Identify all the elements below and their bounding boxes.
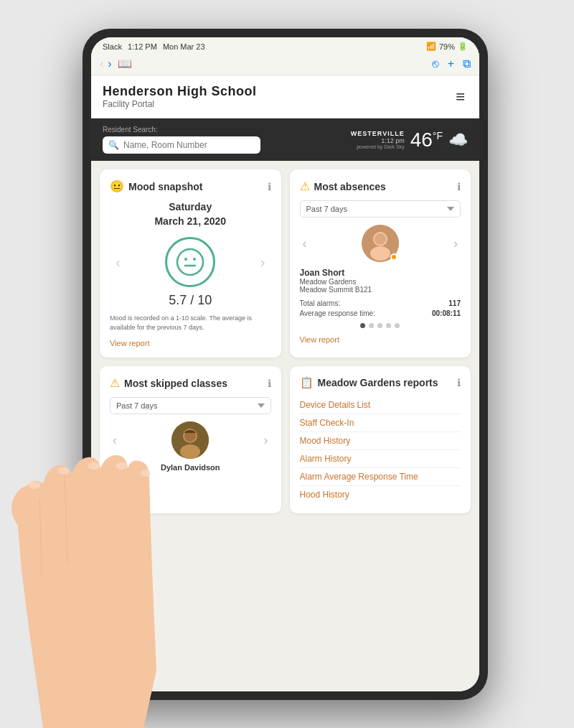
scene: Slack 1:12 PM Mon Mar 23 📶 79% 🔋 ‹ › 📖 [0,0,574,728]
report-link-mood-history[interactable]: Mood History [300,432,461,450]
app-content: Henderson High School Facility Portal ≡ … [91,75,479,691]
browser-actions: ⎋ + ⧉ [432,57,471,70]
absences-card-header: ⚠ Most absences ℹ [300,179,461,193]
browser-bar: ‹ › 📖 ⎋ + ⧉ [91,54,479,75]
report-link-device-details[interactable]: Device Details List [300,396,461,414]
mood-view-report-link[interactable]: View report [110,339,271,347]
absences-avatar-wrap [362,225,399,262]
mood-date: Saturday March 21, 2020 [110,200,271,228]
bookmarks-icon[interactable]: 📖 [118,57,132,70]
header-left: Henderson High School Facility Portal [103,84,257,109]
total-alarms-label: Total alarms: [300,299,341,307]
status-bar: Slack 1:12 PM Mon Mar 23 📶 79% 🔋 [91,37,479,54]
add-tab-icon[interactable]: + [448,57,454,70]
back-button[interactable]: ‹ [100,57,103,70]
svg-point-12 [58,467,70,475]
svg-point-0 [177,249,203,275]
mood-card-header-left: 😐 Mood snapshot [110,179,202,193]
search-weather-bar: Resident Search: 🔍 WESTERVILLE 1:12 pm p… [91,118,479,161]
tablet-screen: Slack 1:12 PM Mon Mar 23 📶 79% 🔋 ‹ › 📖 [91,37,479,691]
share-icon[interactable]: ⎋ [432,57,439,70]
wifi-icon: 📶 [426,42,436,51]
skipped-avatar [171,421,209,459]
absences-card: ⚠ Most absences ℹ Past 7 days ‹ [290,169,471,358]
skipped-next-arrow[interactable]: › [261,430,271,451]
dot-indicators [300,323,461,328]
search-input[interactable] [123,140,231,150]
reports-card-title: Meadow Gardens reports [318,377,438,388]
mood-info-icon[interactable]: ℹ [268,181,271,192]
mood-description: Mood is recorded on a 1-10 scale. The av… [110,314,271,332]
absences-person-nav: ‹ [300,225,461,262]
skipped-info-icon[interactable]: ℹ [268,378,271,389]
skipped-card-header-left: ⚠ Most skipped classes [110,376,227,390]
skipped-person-name: Dylan Davidson [110,463,271,472]
hamburger-button[interactable]: ≡ [453,85,468,109]
skipped-card-title: Most skipped classes [124,378,227,389]
battery-label: 79% [439,42,455,51]
absences-prev-arrow[interactable]: ‹ [300,233,310,254]
weather-time: 1:12 pm [351,137,405,144]
absences-next-arrow[interactable]: › [451,233,461,254]
avg-response-value: 00:08:11 [432,309,461,317]
mood-card-header: 😐 Mood snapshot ℹ [110,179,271,193]
app-header: Henderson High School Facility Portal ≡ [91,75,479,118]
absences-view-report-link[interactable]: View report [300,335,461,344]
school-name: Henderson High School [103,84,257,99]
absences-person-info: Joan Short Meadow Gardens Meadow Summit … [300,268,461,294]
status-time: 1:12 PM [128,42,157,51]
svg-point-11 [29,482,40,489]
reports-links-list: Device Details List Staff Check-In Mood … [300,396,461,503]
report-link-alarm-history[interactable]: Alarm History [300,450,461,468]
weather-city: WESTERVILLE [351,130,405,137]
skipped-classes-card: ⚠ Most skipped classes ℹ Past 7 days ‹ [100,366,281,513]
temp-unit: °F [433,129,443,141]
dot-2 [369,323,374,328]
absences-person-name: Joan Short [300,268,461,278]
skipped-dropdown[interactable]: Past 7 days [110,397,271,414]
battery-icon: 🔋 [458,42,468,51]
absences-card-header-left: ⚠ Most absences [300,179,386,193]
dot-5 [395,323,400,328]
clipboard-icon: 📋 [300,376,314,389]
skipped-card-header: ⚠ Most skipped classes ℹ [110,376,271,390]
forward-button[interactable]: › [108,57,111,70]
mood-icon: 😐 [110,179,124,193]
skipped-prev-arrow[interactable]: ‹ [110,430,120,451]
search-section: Resident Search: 🔍 [103,126,351,154]
mood-prev-arrow[interactable]: ‹ [110,251,126,274]
dot-3 [377,323,382,328]
weather-powered: powered by Dark Sky [351,144,405,149]
mood-face [165,237,215,287]
report-link-hood-history[interactable]: Hood History [300,486,461,503]
mood-face-svg [176,248,204,276]
absences-warning-icon: ⚠ [300,179,310,193]
status-right: 📶 79% 🔋 [426,42,468,51]
report-link-staff-checkin[interactable]: Staff Check-In [300,414,461,432]
search-label: Resident Search: [103,126,351,134]
avg-response-row: Average response time: 00:08:11 [300,309,461,317]
total-alarms-value: 117 [448,299,461,307]
temp-value: 46 [410,129,433,151]
skipped-warning-icon: ⚠ [110,376,120,390]
absences-info-icon[interactable]: ℹ [457,181,461,192]
carrier-label: Slack [103,42,122,51]
mood-snapshot-card: 😐 Mood snapshot ℹ Saturday March 21, 202… [100,169,281,358]
absences-dropdown[interactable]: Past 7 days [300,200,461,218]
search-icon: 🔍 [108,140,119,150]
dashboard-grid: 😐 Mood snapshot ℹ Saturday March 21, 202… [91,161,479,522]
mood-date-line2: March 21, 2020 [154,215,226,227]
total-alarms-row: Total alarms: 117 [300,299,461,307]
reports-card: 📋 Meadow Gardens reports ℹ Device Detail… [290,366,471,513]
report-link-alarm-avg-response[interactable]: Alarm Average Response Time [300,468,461,486]
svg-point-6 [375,233,386,245]
absences-card-title: Most absences [314,181,386,192]
mood-next-arrow[interactable]: › [255,251,271,274]
presence-dot [390,253,397,261]
reports-info-icon[interactable]: ℹ [457,377,461,388]
tabs-icon[interactable]: ⧉ [463,57,471,70]
reports-card-header: 📋 Meadow Gardens reports ℹ [300,376,461,389]
status-left: Slack 1:12 PM Mon Mar 23 [103,42,205,51]
svg-point-2 [193,258,196,261]
svg-point-9 [180,444,200,459]
